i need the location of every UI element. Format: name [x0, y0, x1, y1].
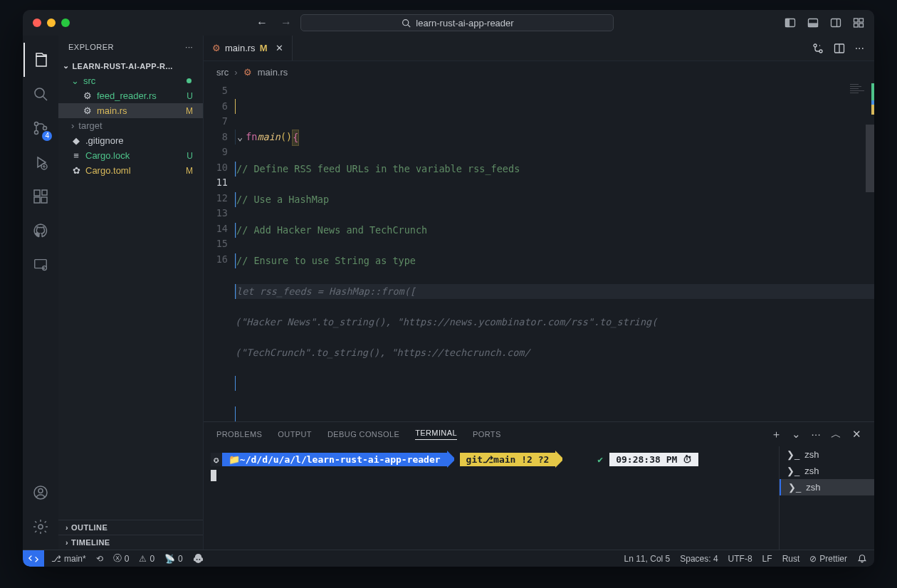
svg-point-29: [819, 50, 822, 53]
search-icon: [400, 17, 411, 28]
svg-rect-11: [859, 23, 864, 27]
remote-explorer-icon[interactable]: [23, 248, 58, 282]
status-ports[interactable]: 📡 0: [164, 554, 183, 564]
tab-ports[interactable]: PORTS: [473, 430, 501, 439]
tab-modified: M: [260, 43, 268, 53]
status-language[interactable]: Rust: [782, 554, 800, 564]
project-name: LEARN-RUST-AI-APP-R...: [72, 62, 172, 70]
scm-status: U: [187, 151, 197, 161]
close-window-icon[interactable]: [33, 19, 41, 27]
status-bell-icon[interactable]: [857, 554, 867, 564]
gitignore-icon: ◆: [71, 135, 81, 146]
file-main-rs[interactable]: ⚙ main.rs M: [58, 103, 203, 118]
breadcrumbs[interactable]: src › ⚙ main.rs: [204, 61, 874, 83]
line-number: 14: [204, 221, 228, 237]
status-eol[interactable]: LF: [762, 554, 772, 564]
folder-section[interactable]: ⌄ LEARN-RUST-AI-APP-R...: [58, 58, 203, 73]
outline-section[interactable]: › OUTLINE: [58, 520, 203, 535]
settings-gear-icon[interactable]: [23, 510, 58, 544]
status-copilot-icon[interactable]: [193, 553, 204, 564]
tab-problems[interactable]: PROBLEMS: [216, 430, 262, 439]
maximize-window-icon[interactable]: [61, 19, 70, 27]
terminal-entry[interactable]: ❯_zsh: [780, 479, 874, 495]
rust-file-icon: ⚙: [83, 90, 93, 101]
file-label: feed_reader.rs: [97, 90, 157, 101]
toggle-panel-icon[interactable]: [807, 17, 819, 28]
status-spaces[interactable]: Spaces: 4: [680, 554, 718, 564]
editor[interactable]: 5 6 7 8 9 10 11 12 13 14 15 16 ⌄fn main(…: [204, 83, 874, 421]
customize-layout-icon[interactable]: [853, 17, 864, 28]
line-number: 8: [204, 130, 228, 145]
folder-src[interactable]: ⌄ src: [58, 73, 203, 88]
command-center[interactable]: learn-rust-ai-app-reader: [300, 14, 614, 31]
close-panel-icon[interactable]: ✕: [852, 428, 861, 441]
timeline-section[interactable]: › TIMELINE: [58, 535, 203, 550]
split-editor-icon[interactable]: [834, 43, 845, 54]
status-encoding[interactable]: UTF-8: [728, 554, 752, 564]
breadcrumb-src[interactable]: src: [216, 67, 229, 78]
extensions-view-icon[interactable]: [23, 179, 58, 214]
outline-label: OUTLINE: [71, 523, 107, 532]
code-text: {: [292, 130, 299, 147]
folder-target[interactable]: › target: [58, 118, 203, 133]
terminal[interactable]: ✪ 📁 ~/d/d/u/a/l/learn-rust-ai-app-reader…: [204, 446, 779, 550]
minimap[interactable]: ▬▬▬▬▬▬▬▬▬▬▬▬▬▬▬▬▬▬▬▬▬▬▬▬▬▬▬▬▬▬▬▬▬▬▬▬: [803, 83, 874, 421]
maximize-panel-icon[interactable]: ︿: [831, 428, 841, 441]
search-view-icon[interactable]: [23, 77, 58, 111]
terminal-entry[interactable]: ❯_zsh: [780, 463, 874, 479]
code-comment: // Use a HashMap: [236, 192, 329, 208]
status-prettier[interactable]: ⊘ Prettier: [809, 554, 847, 564]
status-lncol[interactable]: Ln 11, Col 5: [624, 554, 671, 564]
code-comment: // Ensure to use String as type: [236, 253, 416, 269]
chevron-right-icon: ›: [65, 523, 68, 532]
explorer-view-icon[interactable]: [23, 43, 58, 77]
line-number: 10: [204, 160, 228, 176]
code-content[interactable]: ⌄fn main() { // Define RSS feed URLs in …: [235, 83, 874, 421]
new-terminal-icon[interactable]: ＋: [771, 428, 782, 441]
terminal-icon: ❯_: [787, 466, 799, 476]
svg-rect-19: [34, 190, 40, 196]
more-actions-icon[interactable]: ···: [855, 42, 864, 55]
terminal-entry[interactable]: ❯_zsh: [780, 446, 874, 463]
breadcrumb-file[interactable]: main.rs: [258, 67, 288, 78]
file-cargo-lock[interactable]: ≡ Cargo.lock U: [58, 148, 203, 163]
toggle-primary-sidebar-icon[interactable]: [785, 17, 796, 28]
accounts-icon[interactable]: [23, 476, 58, 510]
status-errors[interactable]: ⓧ 0: [113, 552, 130, 565]
file-feed-reader[interactable]: ⚙ feed_reader.rs U: [58, 88, 203, 103]
compare-changes-icon[interactable]: [812, 43, 824, 54]
close-tab-icon[interactable]: ✕: [276, 43, 283, 53]
ghost-text: ("TechCrunch".to_string(), "https://tech…: [235, 345, 530, 361]
minimap-thumb[interactable]: [866, 125, 874, 192]
remote-indicator[interactable]: [23, 550, 44, 567]
svg-point-12: [35, 88, 44, 98]
toggle-secondary-sidebar-icon[interactable]: [830, 17, 841, 28]
tab-main-rs[interactable]: ⚙ main.rs M ✕: [204, 36, 293, 61]
forward-arrow-icon[interactable]: →: [280, 16, 292, 29]
panel: PROBLEMS OUTPUT DEBUG CONSOLE TERMINAL P…: [204, 421, 874, 550]
fold-icon[interactable]: ⌄: [237, 130, 243, 147]
terminal-dropdown-icon[interactable]: ⌄: [792, 428, 801, 441]
run-debug-view-icon[interactable]: [23, 145, 58, 179]
github-view-icon[interactable]: [23, 214, 58, 248]
status-warnings[interactable]: ⚠ 0: [139, 554, 154, 564]
back-arrow-icon[interactable]: ←: [256, 16, 268, 29]
overview-ruler-added: [871, 83, 874, 100]
line-number: 13: [204, 206, 228, 221]
file-gitignore[interactable]: ◆ .gitignore: [58, 133, 203, 148]
explorer-more-icon[interactable]: ···: [185, 43, 193, 51]
svg-rect-3: [786, 19, 790, 27]
minimize-window-icon[interactable]: [47, 19, 56, 27]
tab-output[interactable]: OUTPUT: [278, 430, 312, 439]
views-more-icon[interactable]: ···: [811, 428, 821, 441]
command-center-text: learn-rust-ai-app-reader: [416, 18, 513, 28]
file-label: main.rs: [97, 105, 127, 116]
tab-terminal[interactable]: TERMINAL: [415, 429, 457, 440]
svg-rect-8: [854, 19, 859, 22]
source-control-view-icon[interactable]: 4: [23, 111, 58, 145]
status-sync-icon[interactable]: ⟲: [96, 554, 103, 564]
chevron-down-icon: ⌄: [71, 75, 79, 86]
status-branch[interactable]: ⎇ main*: [51, 554, 86, 564]
file-cargo-toml[interactable]: ✿ Cargo.toml M: [58, 163, 203, 178]
tab-debug-console[interactable]: DEBUG CONSOLE: [327, 430, 399, 439]
